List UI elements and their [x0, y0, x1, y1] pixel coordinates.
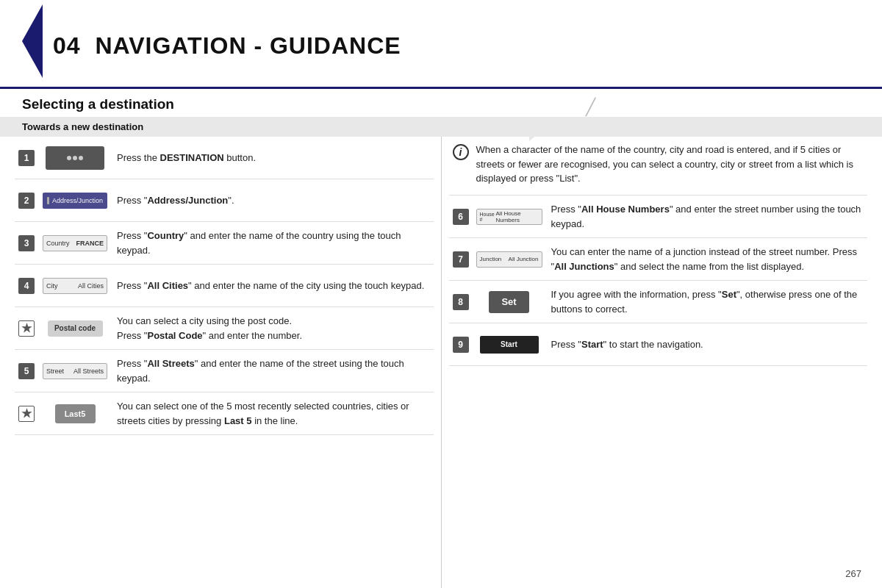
step-5-num: 5 [18, 363, 35, 379]
section-title-bar: Selecting a destination ╱ [0, 89, 882, 117]
left-column: 1 Press the DESTINATION button. 2 Addres… [15, 137, 442, 588]
last5-button-image: Last5 [55, 404, 96, 423]
city-value: All Cities [78, 282, 104, 290]
right-column: i When a character of the name of the co… [442, 137, 868, 588]
step-2-text: Press "Address/Junction". [117, 193, 430, 208]
address-button-image: Address/Junction [43, 193, 107, 209]
step-6-text: Press "All House Numbers" and enter the … [551, 202, 864, 231]
destination-button-image [46, 146, 104, 170]
street-label: Street [46, 368, 64, 375]
subsection-bar: Towards a new destination [0, 117, 882, 137]
step-6-num: 6 [453, 209, 469, 225]
step-5-row: 5 Street All Streets Press "All Streets"… [15, 350, 434, 392]
country-button-image: Country FRANCE [43, 235, 107, 251]
start-label: Start [501, 340, 517, 348]
step-9-icon: Start [476, 336, 542, 354]
last5-label: Last5 [65, 409, 86, 418]
step-4-text: Press "All Cities" and enter the name of… [117, 279, 430, 293]
step-2-icon: Address/Junction [42, 193, 108, 209]
step-3-icon: Country FRANCE [42, 235, 108, 251]
step-5-icon: Street All Streets [42, 363, 108, 379]
step-star-last5-row: ★ Last5 You can select one of the 5 most… [15, 392, 434, 435]
step-1-text: Press the DESTINATION button. [117, 151, 430, 165]
step-9-num: 9 [453, 337, 469, 353]
step-5-text: Press "All Streets" and enter the name o… [117, 356, 430, 385]
step-star-postal-row: ★ Postal code You can select a city usin… [15, 307, 434, 350]
step-8-text: If you agree with the information, press… [551, 287, 864, 316]
step-4-icon: City All Cities [42, 278, 108, 294]
step-star-postal-num: ★ [18, 320, 35, 337]
country-value: FRANCE [76, 240, 104, 247]
address-btn-label: Address/Junction [52, 197, 103, 204]
step-star-postal-text: You can select a city using the post cod… [117, 314, 430, 343]
step-7-icon: Junction All Junction [476, 251, 542, 268]
header-separator [81, 32, 96, 60]
step-8-num: 8 [453, 294, 469, 310]
city-label: City [46, 282, 58, 290]
info-icon: i [453, 144, 469, 160]
step-1-row: 1 Press the DESTINATION button. [15, 137, 434, 179]
step-7-row: 7 Junction All Junction You can enter th… [449, 238, 868, 281]
info-text: When a character of the name of the coun… [476, 143, 864, 186]
step-1-num: 1 [18, 150, 35, 166]
step-9-text: Press "Start" to start the navigation. [551, 337, 864, 352]
step-3-text: Press "Country" and enter the name of th… [117, 229, 430, 257]
street-button-image: Street All Streets [43, 363, 107, 379]
subsection-arrow [529, 117, 559, 141]
set-button-image: Set [489, 291, 529, 313]
city-button-image: City All Cities [43, 278, 107, 294]
content-area: 1 Press the DESTINATION button. 2 Addres… [0, 137, 882, 588]
step-1-icon [42, 146, 108, 170]
chapter-title: 04 [53, 32, 81, 60]
step-4-num: 4 [18, 278, 35, 294]
page-header: 04 NAVIGATION - GUIDANCE [0, 0, 882, 89]
step-3-num: 3 [18, 235, 35, 251]
country-label: Country [46, 240, 70, 247]
step-6-row: 6 House # All House Numbers Press "All H… [449, 196, 868, 238]
step-3-row: 3 Country FRANCE Press "Country" and ent… [15, 222, 434, 265]
step-6-icon: House # All House Numbers [476, 209, 542, 225]
step-7-text: You can enter the name of a junction ins… [551, 245, 864, 273]
start-button-image: Start [480, 336, 539, 354]
step-star-postal-icon: Postal code [42, 320, 108, 337]
step-2-row: 2 Address/Junction Press "Address/Juncti… [15, 179, 434, 222]
step-7-num: 7 [453, 251, 469, 268]
info-box: i When a character of the name of the co… [449, 137, 868, 196]
allhouse-button-image: House # All House Numbers [476, 209, 542, 225]
house-label: House # [480, 212, 496, 222]
section-title: Selecting a destination [22, 96, 174, 112]
step-star-last5-text: You can select one of the 5 most recentl… [117, 399, 430, 428]
street-value: All Streets [74, 368, 104, 375]
step-star-last5-icon: Last5 [42, 404, 108, 423]
subsection-label: Towards a new destination [22, 121, 143, 132]
junction-button-image: Junction All Junction [476, 251, 542, 268]
step-2-num: 2 [18, 193, 35, 209]
header-title: NAVIGATION - GUIDANCE [95, 32, 401, 60]
step-9-row: 9 Start Press "Start" to start the navig… [449, 323, 868, 366]
all-house-label: All House Numbers [495, 210, 538, 223]
step-8-icon: Set [476, 291, 542, 313]
step-4-row: 4 City All Cities Press "All Cities" and… [15, 265, 434, 307]
page-number: 267 [845, 568, 861, 579]
step-8-row: 8 Set If you agree with the information,… [449, 281, 868, 323]
postal-label: Postal code [54, 324, 96, 332]
postal-button-image: Postal code [48, 320, 103, 337]
set-label: Set [501, 296, 516, 307]
junction-value: All Junction [509, 256, 539, 262]
step-star-last5-num: ★ [18, 406, 35, 422]
junction-label: Junction [480, 256, 502, 262]
